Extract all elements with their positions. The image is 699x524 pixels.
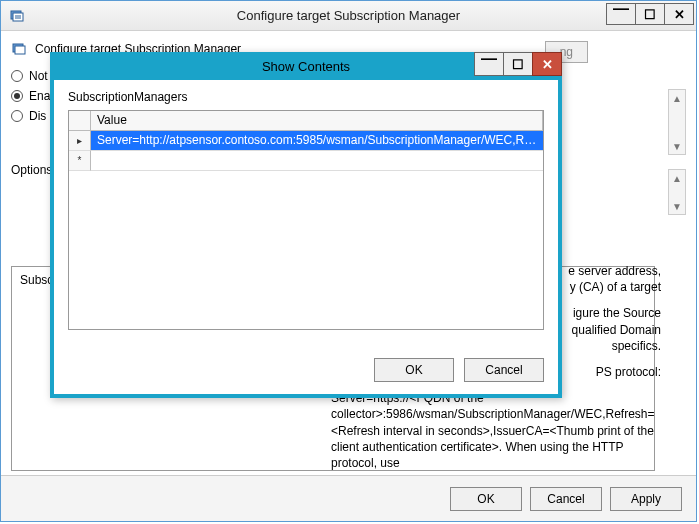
scroll-up-icon: ▲ [669,90,685,106]
scrollbar[interactable]: ▲ ▼ [668,169,686,215]
modal-titlebar: Show Contents — ☐ ✕ [50,52,562,80]
svg-rect-5 [15,46,25,54]
subscription-managers-grid[interactable]: Value ▸ Server=http://atpsensor.contoso.… [68,110,544,330]
grid-header: Value [69,111,543,131]
svg-rect-1 [13,13,23,21]
apply-button[interactable]: Apply [610,487,682,511]
ok-button[interactable]: OK [450,487,522,511]
modal-window-controls: — ☐ ✕ [475,52,562,76]
scroll-up-icon: ▲ [669,170,685,186]
modal-body: SubscriptionManagers Value ▸ Server=http… [54,80,558,380]
grid-cell-value[interactable]: Server=http://atpsensor.contoso.com:5985… [91,131,543,151]
minimize-button[interactable]: — [474,52,504,76]
parent-window-controls: — ☐ ✕ [607,3,694,25]
radio-icon [11,110,23,122]
parent-footer: OK Cancel Apply [1,475,696,521]
maximize-button[interactable]: ☐ [635,3,665,25]
grid-label: SubscriptionManagers [68,90,544,104]
ok-button[interactable]: OK [374,358,454,382]
radio-icon [11,70,23,82]
scroll-down-icon: ▼ [669,198,685,214]
scroll-down-icon: ▼ [669,138,685,154]
parent-window-title: Configure target Subscription Manager [1,8,696,23]
cancel-button[interactable]: Cancel [530,487,602,511]
cancel-button[interactable]: Cancel [464,358,544,382]
maximize-button[interactable]: ☐ [503,52,533,76]
close-button[interactable]: ✕ [532,52,562,76]
radio-icon [11,90,23,102]
modal-footer: OK Cancel [374,358,544,382]
column-header-value[interactable]: Value [91,111,543,130]
minimize-button[interactable]: — [606,3,636,25]
new-row-marker-icon: * [69,151,91,171]
close-button[interactable]: ✕ [664,3,694,25]
grid-cell-value[interactable] [91,151,543,171]
policy-icon [11,41,27,57]
policy-icon [9,8,25,24]
grid-row[interactable]: ▸ Server=http://atpsensor.contoso.com:59… [69,131,543,151]
grid-new-row[interactable]: * [69,151,543,171]
show-contents-dialog: Show Contents — ☐ ✕ SubscriptionManagers… [50,52,562,398]
current-row-marker-icon: ▸ [69,131,91,151]
scrollbar[interactable]: ▲ ▼ [668,89,686,155]
parent-titlebar: Configure target Subscription Manager — … [1,1,696,31]
row-header-corner [69,111,91,130]
